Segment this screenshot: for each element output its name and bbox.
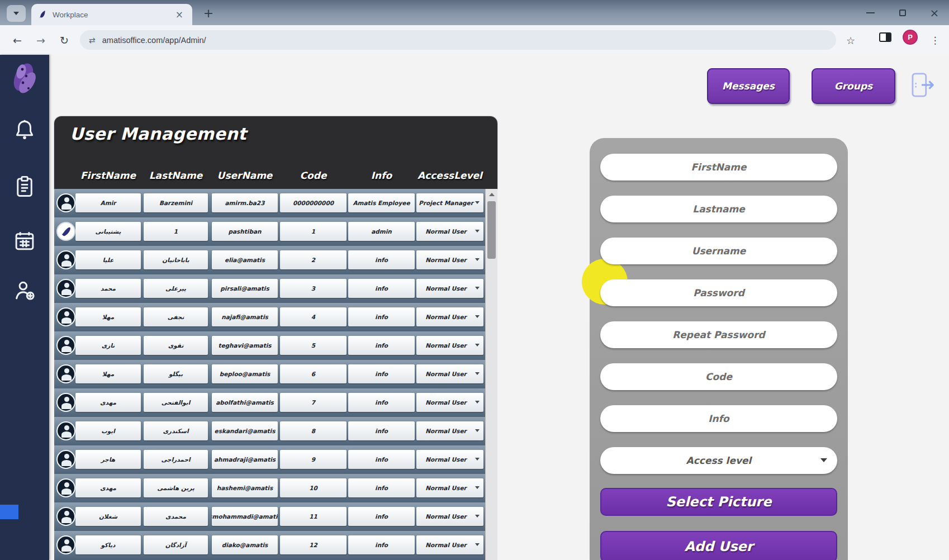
app-sidebar bbox=[0, 55, 49, 560]
groups-button[interactable]: Groups bbox=[812, 68, 895, 104]
address-bar[interactable]: ⇄ amatisoffice.com/app/Admin/ bbox=[80, 30, 836, 50]
cell-text: 1 bbox=[311, 228, 315, 235]
person-avatar-icon bbox=[56, 336, 75, 355]
cell-first-name: علیا bbox=[75, 250, 141, 269]
cell-text: 4 bbox=[311, 314, 315, 320]
cell-text: 6 bbox=[311, 371, 315, 377]
cell-text: آزادگان bbox=[165, 542, 187, 548]
scroll-up-arrow-icon[interactable] bbox=[489, 193, 495, 196]
table-row: مهلابیگلوbeploo@amatis6infoNormal User bbox=[54, 360, 485, 388]
cell-text: اسکندری bbox=[163, 428, 188, 434]
cell-text: Normal User bbox=[425, 371, 467, 377]
workplace-favicon-icon bbox=[38, 10, 47, 19]
cell-last-name: ابوالفتحی bbox=[144, 393, 208, 412]
cell-access-level[interactable]: Normal User bbox=[416, 364, 483, 383]
access-level-value: Access level bbox=[686, 455, 752, 466]
cell-first-name: مهدی bbox=[75, 478, 141, 497]
calendar-icon[interactable] bbox=[13, 229, 36, 252]
cell-last-name: تقوی bbox=[144, 336, 208, 355]
cell-access-level[interactable]: Normal User bbox=[416, 393, 483, 412]
chevron-down-icon bbox=[475, 344, 480, 347]
cell-first-name: Amir bbox=[75, 193, 141, 212]
chevron-down-icon bbox=[475, 287, 480, 290]
cell-access-level[interactable]: Normal User bbox=[416, 535, 483, 554]
browser-titlebar: Workplace × + × bbox=[0, 0, 949, 25]
cell-last-name: نجفی bbox=[144, 307, 208, 326]
cell-access-level[interactable]: Normal User bbox=[416, 222, 483, 241]
cell-info: info bbox=[348, 364, 415, 383]
add-user-icon[interactable] bbox=[13, 278, 36, 302]
cell-text: مهلا bbox=[102, 371, 114, 377]
avatar-body bbox=[61, 517, 72, 523]
cell-code: 5 bbox=[280, 336, 347, 355]
form-field-password[interactable] bbox=[600, 279, 837, 306]
tab-search-button[interactable] bbox=[7, 5, 26, 22]
form-field-lastname[interactable] bbox=[600, 196, 837, 222]
cell-text: abolfathi@amatis bbox=[216, 399, 274, 406]
cell-info: Amatis Employee bbox=[348, 193, 415, 212]
chevron-down-icon bbox=[13, 12, 19, 15]
cell-access-level[interactable]: Project Manager bbox=[416, 193, 483, 212]
cell-user-name: amirm.ba23 bbox=[212, 193, 278, 212]
avatar-body bbox=[61, 374, 72, 381]
cell-info: info bbox=[348, 307, 415, 326]
cell-access-level[interactable]: Normal User bbox=[416, 279, 483, 298]
cell-last-name: Barzemini bbox=[144, 193, 208, 212]
cell-access-level[interactable]: Normal User bbox=[416, 421, 483, 440]
form-field-firstname[interactable] bbox=[600, 154, 837, 181]
bookmark-star-icon[interactable]: ☆ bbox=[841, 31, 860, 50]
table-scrollbar[interactable] bbox=[485, 189, 497, 560]
cell-access-level[interactable]: Normal User bbox=[416, 507, 483, 526]
cell-text: ابوالفتحی bbox=[162, 399, 191, 406]
back-button[interactable]: ← bbox=[8, 31, 27, 50]
tasks-clipboard-icon[interactable] bbox=[13, 174, 36, 198]
avatar-body bbox=[61, 289, 72, 295]
scrollbar-thumb[interactable] bbox=[487, 201, 496, 259]
cell-text: Normal User bbox=[425, 456, 467, 463]
form-field-code[interactable] bbox=[600, 363, 837, 390]
maximize-icon bbox=[899, 10, 906, 16]
new-tab-button[interactable]: + bbox=[200, 6, 217, 22]
cell-access-level[interactable]: Normal User bbox=[416, 336, 483, 355]
forward-button[interactable]: → bbox=[31, 31, 50, 50]
cell-text: Normal User bbox=[425, 542, 467, 548]
cell-text: eskandari@amatis bbox=[215, 428, 276, 434]
browser-menu-icon[interactable]: ⋮ bbox=[926, 31, 945, 50]
cell-access-level[interactable]: Normal User bbox=[416, 307, 483, 326]
tab-close-icon[interactable]: × bbox=[173, 9, 186, 20]
form-field-info[interactable] bbox=[600, 405, 837, 432]
cell-access-level[interactable]: Normal User bbox=[416, 450, 483, 469]
cell-access-level[interactable]: Normal User bbox=[416, 478, 483, 497]
select-picture-button[interactable]: Select Picture bbox=[600, 488, 837, 516]
cell-text: 5 bbox=[311, 342, 315, 349]
avatar-head bbox=[64, 482, 69, 487]
window-minimize-button[interactable] bbox=[857, 0, 883, 25]
side-panel-icon[interactable] bbox=[879, 32, 891, 42]
messages-button[interactable]: Messages bbox=[707, 68, 790, 104]
add-user-button[interactable]: Add User bbox=[600, 531, 837, 560]
reload-button[interactable]: ↻ bbox=[55, 31, 74, 50]
cell-text: Amatis Employee bbox=[353, 200, 410, 206]
cell-text: info bbox=[375, 399, 388, 406]
cell-user-name: eskandari@amatis bbox=[212, 421, 278, 440]
browser-tab-workplace[interactable]: Workplace × bbox=[31, 4, 192, 25]
cell-code: 7 bbox=[280, 393, 347, 412]
browser-profile-avatar[interactable]: P bbox=[903, 30, 918, 45]
cell-access-level[interactable]: Normal User bbox=[416, 250, 483, 269]
window-maximize-button[interactable] bbox=[890, 0, 915, 25]
access-level-select[interactable]: Access level bbox=[600, 447, 837, 474]
window-close-button[interactable]: × bbox=[922, 0, 947, 25]
cell-text: نجفی bbox=[168, 314, 184, 320]
notifications-bell-icon[interactable] bbox=[13, 118, 36, 142]
chevron-down-icon bbox=[475, 315, 480, 318]
cell-code: 12 bbox=[280, 535, 347, 554]
logout-door-icon[interactable] bbox=[911, 72, 936, 98]
cell-text: Project Manager bbox=[419, 200, 473, 206]
cell-first-name: دیاکو bbox=[75, 535, 141, 554]
form-field-username[interactable] bbox=[600, 238, 837, 264]
form-field-repeat-password[interactable] bbox=[600, 321, 837, 348]
avatar-head bbox=[64, 197, 69, 202]
cell-text: teghavi@amatis bbox=[218, 342, 271, 349]
cell-text: pashtiban bbox=[228, 228, 261, 235]
site-info-icon[interactable]: ⇄ bbox=[89, 36, 96, 45]
